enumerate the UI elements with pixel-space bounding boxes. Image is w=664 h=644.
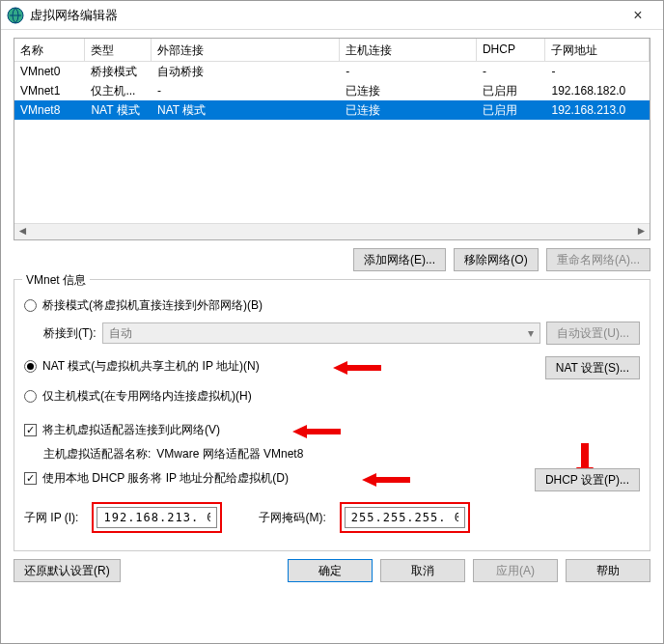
auto-settings-button: 自动设置(U)... (546, 322, 640, 345)
subnet-mask-input[interactable] (345, 507, 465, 528)
close-icon[interactable]: × (619, 7, 657, 24)
group-legend: VMnet 信息 (22, 272, 90, 289)
titlebar: 虚拟网络编辑器 × (1, 1, 663, 30)
adapter-name-label: 主机虚拟适配器名称: (43, 446, 151, 462)
subnet-mask-label: 子网掩码(M): (259, 510, 325, 526)
radio-hostonly[interactable] (24, 390, 37, 403)
th-host[interactable]: 主机连接 (340, 39, 477, 62)
network-table: 名称 类型 外部连接 主机连接 DHCP 子网地址 VMnet0桥接模式自动桥接… (14, 38, 650, 240)
subnet-row: 子网 IP (I): 子网掩码(M): (24, 502, 640, 533)
radio-nat[interactable] (24, 360, 37, 373)
th-name[interactable]: 名称 (14, 39, 85, 62)
radio-bridged-label: 桥接模式(将虚拟机直接连接到外部网络)(B) (42, 297, 263, 314)
network-buttons: 添加网络(E)... 移除网络(O) 重命名网络(A)... (14, 248, 650, 271)
adapter-name-row: 主机虚拟适配器名称: VMware 网络适配器 VMnet8 (24, 446, 640, 462)
annotation-highlight (92, 502, 222, 533)
table-row[interactable]: VMnet0桥接模式自动桥接--- (14, 62, 650, 81)
chevron-down-icon: ▾ (528, 326, 534, 340)
radio-hostonly-row[interactable]: 仅主机模式(在专用网络内连接虚拟机)(H) (24, 388, 640, 405)
help-button[interactable]: 帮助 (566, 559, 650, 582)
nat-settings-button[interactable]: NAT 设置(S)... (545, 356, 640, 379)
svg-marker-2 (292, 425, 341, 438)
radio-bridged[interactable] (24, 299, 37, 312)
window-title: 虚拟网络编辑器 (30, 7, 619, 24)
apply-button: 应用(A) (473, 559, 558, 582)
adapter-name-value: VMware 网络适配器 VMnet8 (156, 446, 303, 462)
th-ext[interactable]: 外部连接 (152, 39, 340, 62)
rename-network-button: 重命名网络(A)... (546, 248, 650, 271)
svg-marker-1 (333, 361, 381, 375)
bridge-to-row: 桥接到(T): 自动▾ 自动设置(U)... (24, 322, 640, 345)
annotation-arrow-icon (333, 358, 381, 378)
add-network-button[interactable]: 添加网络(E)... (353, 248, 446, 271)
dhcp-settings-button[interactable]: DHCP 设置(P)... (535, 468, 640, 491)
radio-hostonly-label: 仅主机模式(在专用网络内连接虚拟机)(H) (42, 388, 252, 405)
annotation-arrow-icon (292, 422, 341, 441)
table-row[interactable]: VMnet8NAT 模式NAT 模式已连接已启用192.168.213.0 (14, 100, 650, 120)
app-icon (7, 7, 24, 24)
table-row[interactable]: VMnet1仅主机...-已连接已启用192.168.182.0 (14, 81, 650, 100)
radio-bridged-row[interactable]: 桥接模式(将虚拟机直接连接到外部网络)(B) (24, 297, 640, 314)
table-header: 名称 类型 外部连接 主机连接 DHCP 子网地址 (14, 39, 650, 62)
check-connect-label: 将主机虚拟适配器连接到此网络(V) (42, 422, 220, 438)
restore-defaults-button[interactable]: 还原默认设置(R) (14, 559, 121, 582)
scrollbar-h[interactable]: ◄► (14, 223, 650, 239)
th-dhcp[interactable]: DHCP (477, 39, 545, 62)
radio-nat-row[interactable]: NAT 模式(与虚拟机共享主机的 IP 地址)(N) NAT 设置(S)... (24, 358, 640, 375)
check-connect-row[interactable]: 将主机虚拟适配器连接到此网络(V) (24, 422, 640, 438)
th-type[interactable]: 类型 (85, 39, 152, 62)
th-subnet[interactable]: 子网地址 (545, 39, 650, 62)
vmnet-info-group: VMnet 信息 桥接模式(将虚拟机直接连接到外部网络)(B) 桥接到(T): … (14, 279, 650, 551)
cancel-button[interactable]: 取消 (380, 559, 465, 582)
annotation-arrow-icon (362, 470, 410, 490)
annotation-highlight (340, 502, 470, 533)
bridge-to-label: 桥接到(T): (43, 325, 97, 342)
check-dhcp-row[interactable]: 使用本地 DHCP 服务将 IP 地址分配给虚拟机(D) DHCP 设置(P).… (24, 470, 640, 487)
check-dhcp-label: 使用本地 DHCP 服务将 IP 地址分配给虚拟机(D) (42, 470, 289, 487)
subnet-ip-label: 子网 IP (I): (24, 510, 78, 526)
bridge-to-select: 自动▾ (102, 322, 541, 344)
subnet-ip-input[interactable] (97, 507, 217, 528)
svg-marker-3 (362, 473, 410, 487)
radio-nat-label: NAT 模式(与虚拟机共享主机的 IP 地址)(N) (42, 358, 260, 375)
check-connect[interactable] (24, 424, 37, 436)
footer: 还原默认设置(R) 确定 取消 应用(A) 帮助 (14, 559, 650, 582)
ok-button[interactable]: 确定 (288, 559, 373, 582)
remove-network-button[interactable]: 移除网络(O) (454, 248, 539, 271)
check-dhcp[interactable] (24, 472, 37, 485)
